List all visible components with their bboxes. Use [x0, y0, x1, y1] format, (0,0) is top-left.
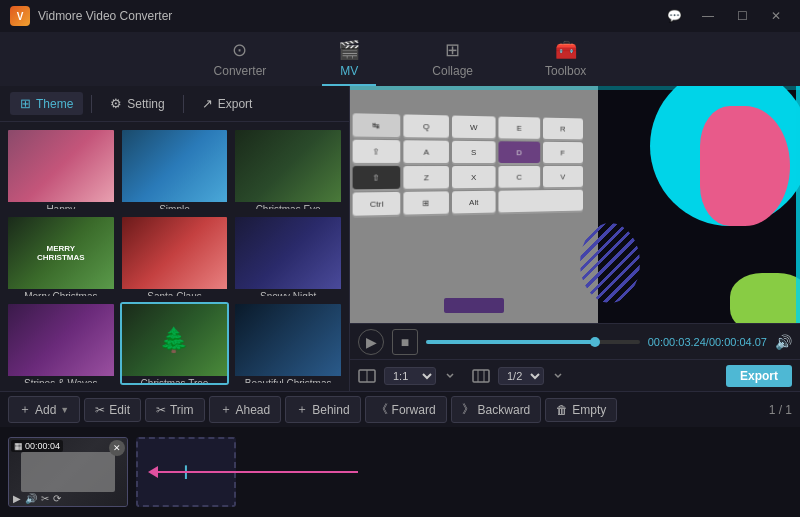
preview-area: ↹ Q W E R ⇪ A S D F ⇧ Z X	[350, 86, 800, 323]
app-icon: V	[10, 6, 30, 26]
titlebar-title: Vidmore Video Converter	[38, 9, 172, 23]
play-button[interactable]: ▶	[358, 329, 384, 355]
close-button[interactable]: ✕	[762, 6, 790, 26]
behind-icon: ＋	[296, 401, 308, 418]
backward-icon: 》	[462, 401, 474, 418]
ahead-icon: ＋	[220, 401, 232, 418]
key-2: Q	[403, 114, 448, 137]
empty-button[interactable]: 🗑 Empty	[545, 398, 617, 422]
behind-button[interactable]: ＋ Behind	[285, 396, 360, 423]
green-blob	[730, 273, 800, 323]
titlebar-controls: 💬 — ☐ ✕	[660, 6, 790, 26]
fit-icon	[472, 369, 490, 383]
trim-button[interactable]: ✂ Trim	[145, 398, 205, 422]
subtab-theme[interactable]: ⊞ Theme	[10, 92, 83, 115]
theme-happy-thumb	[8, 130, 114, 202]
empty-label: Empty	[572, 403, 606, 417]
progress-bar[interactable]	[426, 340, 640, 344]
theme-christmas-eve-label: Christmas Eve	[235, 202, 341, 211]
rotate-mini-icon[interactable]: ⟳	[53, 493, 61, 504]
trim-icon: ✂	[156, 403, 166, 417]
tab-mv[interactable]: 🎬 MV	[322, 33, 376, 86]
divider-1	[91, 95, 92, 113]
export-icon: ↗	[202, 96, 213, 111]
minimize-button[interactable]: —	[694, 6, 722, 26]
video-clip[interactable]: ✕ ▦ 00:00:04 ▶ 🔊 ✂ ⟳	[8, 437, 128, 507]
theme-stripes-thumb	[8, 304, 114, 376]
key-z: Z	[403, 166, 448, 189]
key-x: X	[452, 166, 495, 188]
subtab-setting-label: Setting	[127, 97, 164, 111]
theme-beautiful-christmas-label: Beautiful Christmas	[235, 376, 341, 385]
tab-collage-label: Collage	[432, 64, 473, 78]
volume-icon[interactable]: 🔊	[775, 334, 792, 350]
key-c: C	[498, 166, 540, 188]
add-icon: ＋	[19, 401, 31, 418]
theme-merry-christmas[interactable]: MERRYCHRISTMAS Merry Christmas	[6, 215, 116, 298]
time-display: 00:00:03.24/00:00:04.07	[648, 336, 767, 348]
theme-grid: Happy Simple Christmas Eve MERRYCHRISTMA…	[0, 122, 349, 391]
ahead-button[interactable]: ＋ Ahead	[209, 396, 282, 423]
theme-stripes-waves[interactable]: Stripes & Waves	[6, 302, 116, 385]
colorful-section	[575, 86, 800, 323]
titlebar-left: V Vidmore Video Converter	[10, 6, 172, 26]
keyboard-preview: ↹ Q W E R ⇪ A S D F ⇧ Z X	[350, 86, 598, 323]
maximize-button[interactable]: ☐	[728, 6, 756, 26]
theme-happy[interactable]: Happy	[6, 128, 116, 211]
key-1: ↹	[353, 113, 401, 137]
add-media-button[interactable]: +	[136, 437, 236, 507]
diagonal-lines-shape	[580, 223, 640, 303]
add-media-plus-icon: +	[178, 456, 194, 488]
fit-ratio-select[interactable]: 1/2 1/1 1/3 1/4	[498, 367, 544, 385]
time-total: 00:00:04.07	[709, 336, 767, 348]
edit-button[interactable]: ✂ Edit	[84, 398, 141, 422]
vol-mini-icon[interactable]: 🔊	[25, 493, 37, 504]
tab-collage[interactable]: ⊞ Collage	[416, 33, 489, 86]
play-mini-icon[interactable]: ▶	[13, 493, 21, 504]
converter-icon: ⊙	[232, 39, 247, 61]
chevron-down-fit	[552, 369, 564, 383]
key-4: E	[498, 117, 540, 139]
subtab-export-label: Export	[218, 97, 253, 111]
clip-close-button[interactable]: ✕	[109, 440, 125, 456]
theme-snowy-night[interactable]: Snowy Night	[233, 215, 343, 298]
theme-christmas-tree[interactable]: 🌲 Christmas Tree	[120, 302, 230, 385]
setting-gear-icon: ⚙	[110, 96, 122, 111]
tab-toolbox[interactable]: 🧰 Toolbox	[529, 33, 602, 86]
subtab-export[interactable]: ↗ Export	[192, 92, 263, 115]
chat-button[interactable]: 💬	[660, 6, 688, 26]
theme-simple[interactable]: Simple	[120, 128, 230, 211]
edit-icon: ✂	[95, 403, 105, 417]
progress-handle[interactable]	[590, 337, 600, 347]
forward-button[interactable]: 《 Forward	[365, 396, 447, 423]
page-info: 1 / 1	[769, 403, 792, 417]
tab-toolbox-label: Toolbox	[545, 64, 586, 78]
theme-grid-icon: ⊞	[20, 96, 31, 111]
key-shift: ⇧	[353, 166, 401, 189]
subtab-setting[interactable]: ⚙ Setting	[100, 92, 174, 115]
zoom-ratio-select[interactable]: 1:1 2:1 4:3 16:9	[384, 367, 436, 385]
export-button[interactable]: Export	[726, 365, 792, 387]
keyboard-keys: ↹ Q W E R ⇪ A S D F ⇧ Z X	[350, 102, 590, 226]
theme-beautiful-christmas[interactable]: Beautiful Christmas	[233, 302, 343, 385]
subtab-theme-label: Theme	[36, 97, 73, 111]
theme-santa-claus[interactable]: Santa Claus	[120, 215, 230, 298]
titlebar: V Vidmore Video Converter 💬 — ☐ ✕	[0, 0, 800, 32]
stop-button[interactable]: ■	[392, 329, 418, 355]
behind-label: Behind	[312, 403, 349, 417]
controls-bar: ▶ ■ 00:00:03.24/00:00:04.07 🔊	[350, 323, 800, 359]
tab-mv-label: MV	[340, 64, 358, 78]
right-border	[796, 86, 800, 323]
zoom-controls-bar: 1:1 2:1 4:3 16:9 1/2 1/1 1/3 1/4	[350, 359, 800, 391]
clip-time: ▦ 00:00:04	[11, 440, 63, 452]
forward-label: Forward	[392, 403, 436, 417]
clip-time-value: 00:00:04	[25, 441, 60, 451]
ahead-label: Ahead	[236, 403, 271, 417]
theme-christmas-eve[interactable]: Christmas Eve	[233, 128, 343, 211]
backward-button[interactable]: 》 Backward	[451, 396, 542, 423]
timeline-toolbar: ＋ Add ▼ ✂ Edit ✂ Trim ＋ Ahead ＋ Behind 《…	[0, 391, 800, 427]
key-8: S	[452, 141, 495, 163]
cut-mini-icon[interactable]: ✂	[41, 493, 49, 504]
add-button[interactable]: ＋ Add ▼	[8, 396, 80, 423]
tab-converter[interactable]: ⊙ Converter	[198, 33, 283, 86]
